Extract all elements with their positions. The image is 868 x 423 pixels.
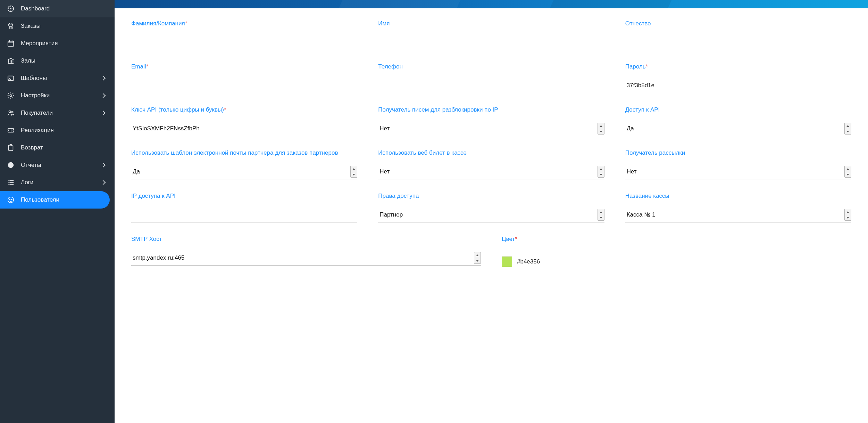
- sidebar-item-settings[interactable]: Настройки: [0, 87, 115, 104]
- select-spinner-icon: [474, 252, 481, 264]
- field-phone: Телефон: [378, 63, 604, 93]
- name-input[interactable]: [378, 35, 604, 50]
- sidebar: Dashboard Заказы Мероприятия Залы Шаблон: [0, 0, 115, 423]
- ip-api-input[interactable]: [131, 207, 357, 222]
- main-content: Фамилия/Компания* Имя Отчество Email*: [115, 0, 868, 423]
- user-form: Фамилия/Компания* Имя Отчество Email*: [115, 8, 868, 284]
- label-web-ticket: Использовать веб билет в кассе: [378, 149, 604, 158]
- label-rights: Права доступа: [378, 192, 604, 201]
- sidebar-item-label: Dashboard: [21, 5, 108, 12]
- label-password: Пароль*: [625, 63, 851, 72]
- field-password: Пароль*: [625, 63, 851, 93]
- svg-rect-28: [10, 166, 11, 167]
- sidebar-item-reports[interactable]: Отчеты: [0, 156, 115, 174]
- sidebar-item-label: Покупатели: [21, 109, 95, 116]
- desk-name-select[interactable]: Касса № 1: [625, 207, 851, 222]
- field-name: Имя: [378, 19, 604, 50]
- field-web-ticket: Использовать веб билет в кассе Нет: [378, 149, 604, 179]
- patronym-input[interactable]: [625, 35, 851, 50]
- web-ticket-select[interactable]: Нет: [378, 164, 604, 179]
- required-marker: *: [646, 63, 648, 70]
- svg-point-20: [10, 95, 12, 97]
- color-swatch: [502, 257, 512, 267]
- sidebar-item-templates[interactable]: Шаблоны: [0, 70, 115, 87]
- sidebar-item-events[interactable]: Мероприятия: [0, 35, 115, 52]
- sidebar-item-label: Настройки: [21, 92, 95, 99]
- field-patronym: Отчество: [625, 19, 851, 50]
- field-partner-template: Использовать шаблон электронной почты па…: [131, 149, 357, 179]
- label-ip-unlock: Получатель писем для разблокировки по IP: [378, 106, 604, 115]
- svg-point-8: [9, 27, 10, 29]
- sidebar-item-label: Возврат: [21, 144, 108, 151]
- sidebar-item-halls[interactable]: Залы: [0, 52, 115, 70]
- field-surname: Фамилия/Компания*: [131, 19, 357, 50]
- select-spinner-icon: [844, 166, 851, 178]
- field-api-access: Доступ к API Да: [625, 106, 851, 136]
- sidebar-item-buyers[interactable]: Покупатели: [0, 104, 115, 122]
- field-email: Email*: [131, 63, 357, 93]
- cast-icon: [7, 74, 15, 82]
- color-hex-text: #b4e356: [517, 258, 540, 265]
- field-color: Цвет* #b4e356: [502, 235, 851, 267]
- color-picker[interactable]: #b4e356: [502, 250, 851, 267]
- required-marker: *: [515, 236, 517, 242]
- api-access-select[interactable]: Да: [625, 121, 851, 136]
- chevron-right-icon: [101, 111, 106, 115]
- ip-unlock-select[interactable]: Нет: [378, 121, 604, 136]
- password-input[interactable]: [625, 78, 851, 93]
- field-mailing: Получатель рассылки Нет: [625, 149, 851, 179]
- required-marker: *: [185, 20, 187, 27]
- list-icon: [7, 179, 15, 186]
- svg-point-35: [8, 197, 14, 203]
- header-banner: [115, 0, 868, 8]
- email-input[interactable]: [131, 78, 357, 93]
- label-text: Фамилия/Компания: [131, 20, 185, 27]
- sidebar-item-label: Залы: [21, 57, 108, 64]
- svg-point-21: [9, 111, 11, 113]
- sidebar-item-logs[interactable]: Логи: [0, 174, 115, 191]
- sidebar-item-orders[interactable]: Заказы: [0, 17, 115, 35]
- sidebar-item-dashboard[interactable]: Dashboard: [0, 0, 115, 17]
- label-api-key: Ключ API (только цифры и буквы)*: [131, 106, 357, 115]
- svg-point-9: [11, 27, 12, 29]
- chevron-right-icon: [101, 180, 106, 185]
- label-mailing: Получатель рассылки: [625, 149, 851, 158]
- label-color: Цвет*: [502, 235, 851, 244]
- label-api-access: Доступ к API: [625, 106, 851, 115]
- label-desk-name: Название кассы: [625, 192, 851, 201]
- api-key-input[interactable]: [131, 121, 357, 136]
- sidebar-item-label: Отчеты: [21, 162, 95, 169]
- chevron-right-icon: [101, 163, 106, 168]
- select-spinner-icon: [844, 209, 851, 221]
- sidebar-item-label: Пользователи: [21, 196, 103, 203]
- surname-input[interactable]: [131, 35, 357, 50]
- phone-input[interactable]: [378, 78, 604, 93]
- sidebar-item-refund[interactable]: Возврат: [0, 139, 115, 156]
- chevron-right-icon: [101, 93, 106, 98]
- partner-template-select[interactable]: Да: [131, 164, 357, 179]
- field-desk-name: Название кассы Касса № 1: [625, 192, 851, 222]
- field-ip-api: IP доступа к API: [131, 192, 357, 222]
- required-marker: *: [146, 63, 149, 70]
- required-marker: *: [224, 106, 226, 113]
- clipboard-icon: [7, 144, 15, 152]
- alert-icon: [7, 161, 15, 169]
- sidebar-item-users[interactable]: Пользователи: [0, 191, 110, 209]
- label-patronym: Отчество: [625, 19, 851, 29]
- field-ip-unlock: Получатель писем для разблокировки по IP…: [378, 106, 604, 136]
- select-spinner-icon: [598, 166, 604, 178]
- label-ip-api: IP доступа к API: [131, 192, 357, 201]
- select-spinner-icon: [598, 209, 604, 221]
- label-surname: Фамилия/Компания*: [131, 19, 357, 29]
- rights-select[interactable]: Партнер: [378, 207, 604, 222]
- calendar-icon: [7, 40, 15, 47]
- field-smtp: SMTP Хост smtp.yandex.ru:465: [131, 235, 481, 267]
- label-partner-template: Использовать шаблон электронной почты па…: [131, 149, 357, 158]
- mailing-select[interactable]: Нет: [625, 164, 851, 179]
- cart-icon: [7, 22, 15, 30]
- label-text: Ключ API (только цифры и буквы): [131, 106, 224, 113]
- smtp-select[interactable]: smtp.yandex.ru:465: [131, 250, 481, 266]
- sidebar-item-realize[interactable]: Реализация: [0, 122, 115, 139]
- sidebar-item-label: Заказы: [21, 23, 108, 30]
- svg-point-37: [11, 199, 12, 200]
